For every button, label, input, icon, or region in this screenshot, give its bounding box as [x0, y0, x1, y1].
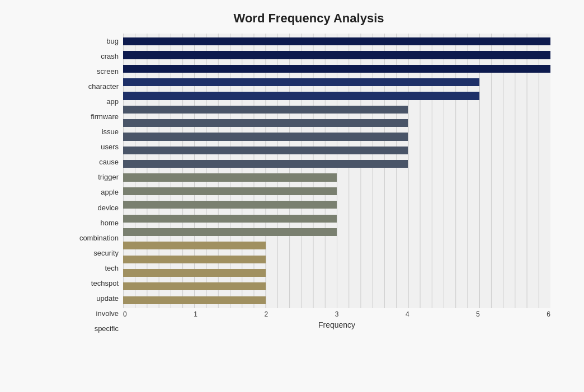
- bar: [123, 242, 266, 249]
- y-label: combination: [67, 234, 119, 242]
- bar: [123, 119, 408, 127]
- y-label: tech: [67, 265, 119, 272]
- x-axis: 0123456 Frequency: [123, 308, 550, 336]
- y-label: crash: [67, 53, 119, 60]
- y-label: techspot: [67, 280, 119, 287]
- x-tick: 4: [406, 310, 409, 318]
- bar-row: [123, 294, 550, 307]
- bar-row: [123, 171, 550, 184]
- bar: [123, 215, 337, 223]
- bar-row: [123, 211, 550, 225]
- bar-row: [123, 62, 550, 75]
- y-label: security: [67, 249, 119, 257]
- bar-row: [123, 103, 550, 116]
- bar-row: [123, 35, 550, 48]
- bar-row: [123, 266, 550, 280]
- y-label: app: [67, 98, 119, 105]
- chart-container: Word Frequency Analysis bugcrashscreench…: [0, 0, 584, 392]
- bar-row: [123, 116, 550, 130]
- bar-row: [123, 280, 550, 293]
- bar-row: [123, 130, 550, 143]
- x-tick: 3: [335, 310, 339, 318]
- bar: [123, 256, 266, 263]
- y-label: device: [67, 204, 119, 211]
- bar-row: [123, 239, 550, 252]
- bar: [123, 296, 266, 304]
- x-tick: 2: [264, 310, 268, 318]
- y-label: apple: [67, 188, 119, 196]
- bar: [123, 37, 550, 45]
- chart-title: Word Frequency Analysis: [67, 11, 550, 26]
- x-tick: 6: [547, 310, 550, 318]
- y-label: involve: [67, 310, 119, 317]
- bar: [123, 51, 550, 59]
- bar: [123, 147, 408, 154]
- bar: [123, 187, 337, 195]
- bar-row: [123, 198, 550, 211]
- x-tick: 5: [476, 310, 480, 318]
- bar-row: [123, 225, 550, 239]
- bar-row: [123, 144, 550, 157]
- bar-row: [123, 75, 550, 89]
- y-label: trigger: [67, 173, 119, 181]
- bar: [123, 65, 550, 73]
- y-label: users: [67, 143, 119, 150]
- x-tick: 1: [194, 310, 197, 318]
- bar-row: [123, 185, 550, 198]
- y-label: screen: [67, 68, 119, 75]
- x-ticks: 0123456: [123, 308, 550, 318]
- bar-row: [123, 157, 550, 171]
- bar: [123, 282, 266, 290]
- bar: [123, 269, 266, 277]
- x-tick: 0: [123, 310, 127, 318]
- bar-row: [123, 48, 550, 62]
- bars-and-xaxis: 0123456 Frequency: [123, 34, 550, 336]
- bars-wrapper: [123, 34, 550, 308]
- y-label: character: [67, 83, 119, 90]
- y-axis: bugcrashscreencharacterappfirmwareissueu…: [67, 34, 123, 336]
- bar: [123, 78, 479, 86]
- bar: [123, 160, 408, 168]
- bar: [123, 173, 337, 181]
- bar: [123, 92, 479, 100]
- y-label: specific: [67, 325, 119, 332]
- chart-area: bugcrashscreencharacterappfirmwareissueu…: [67, 34, 550, 336]
- y-label: update: [67, 295, 119, 302]
- bar-row: [123, 253, 550, 266]
- y-label: cause: [67, 158, 119, 166]
- bar: [123, 201, 337, 209]
- bar-row: [123, 89, 550, 102]
- y-label: bug: [67, 37, 119, 45]
- bars-inner: [123, 34, 550, 308]
- bar: [123, 106, 408, 114]
- x-axis-label: Frequency: [123, 320, 550, 329]
- bar: [123, 228, 337, 236]
- bar: [123, 133, 408, 140]
- y-label: issue: [67, 128, 119, 135]
- y-label: home: [67, 219, 119, 226]
- y-label: firmware: [67, 113, 119, 120]
